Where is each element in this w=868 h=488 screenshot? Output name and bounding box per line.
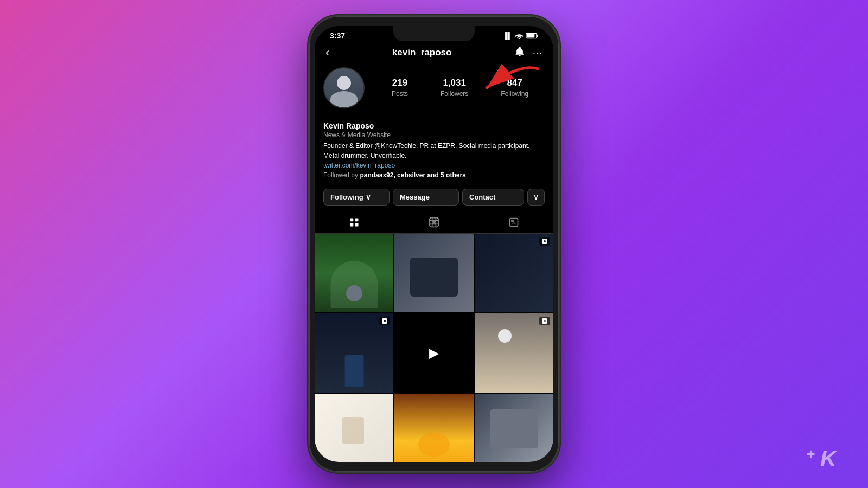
battery-icon bbox=[526, 33, 538, 39]
phone-device: 3:37 ▐▌ ‹ kevin_raposo bbox=[309, 16, 559, 472]
nav-bar: ‹ kevin_raposo ··· bbox=[315, 42, 553, 65]
followers-label: Followers bbox=[441, 90, 468, 98]
stats-container: 219 Posts 1,031 Followers 847 Following bbox=[375, 78, 545, 98]
display-name: Kevin Raposo bbox=[323, 121, 545, 130]
more-chevron-icon: ∨ bbox=[533, 193, 539, 201]
message-label: Message bbox=[400, 193, 430, 201]
followers-count: 1,031 bbox=[441, 78, 468, 88]
svg-rect-7 bbox=[355, 223, 359, 227]
profile-tabs bbox=[315, 211, 553, 234]
tab-tagged[interactable] bbox=[474, 211, 553, 233]
profile-section: 219 Posts 1,031 Followers 847 Following bbox=[315, 65, 553, 121]
grid-item-4[interactable] bbox=[315, 313, 393, 392]
category: News & Media Website bbox=[323, 131, 545, 139]
svg-rect-17 bbox=[509, 219, 518, 227]
time-display: 3:37 bbox=[330, 31, 345, 40]
watermark: + K bbox=[806, 446, 835, 472]
tab-reels[interactable] bbox=[394, 211, 474, 233]
following-chevron-icon: ∨ bbox=[366, 193, 371, 201]
wifi-icon bbox=[515, 33, 524, 39]
followed-by-names: pandaax92, cebsilver and 5 others bbox=[360, 171, 465, 179]
grid-item-1[interactable] bbox=[315, 234, 393, 312]
grid-item-6[interactable] bbox=[475, 313, 553, 392]
reels-badge-3 bbox=[539, 237, 550, 246]
svg-rect-5 bbox=[355, 219, 359, 222]
posts-stat[interactable]: 219 Posts bbox=[392, 78, 408, 98]
svg-point-22 bbox=[384, 320, 386, 322]
followers-stat[interactable]: 1,031 Followers bbox=[441, 78, 468, 98]
reels-icon bbox=[429, 217, 439, 228]
svg-rect-3 bbox=[537, 35, 538, 37]
grid-item-8[interactable] bbox=[394, 394, 473, 462]
grid-icon bbox=[349, 217, 360, 228]
play-icon: ▶ bbox=[429, 345, 439, 361]
avatar-image bbox=[324, 68, 363, 107]
status-icons: ▐▌ bbox=[503, 32, 538, 40]
nav-action-icons: ··· bbox=[514, 46, 542, 60]
svg-point-18 bbox=[512, 220, 513, 222]
reels-badge-6 bbox=[539, 317, 550, 325]
following-label: Following bbox=[501, 90, 528, 98]
svg-point-0 bbox=[519, 38, 520, 39]
bell-icon[interactable] bbox=[514, 46, 525, 60]
photo-grid: ▶ bbox=[315, 234, 553, 462]
bio-section: Kevin Raposo News & Media Website Founde… bbox=[315, 121, 553, 184]
followed-by: Followed by pandaax92, cebsilver and 5 o… bbox=[323, 171, 545, 179]
watermark-plus: + bbox=[806, 446, 814, 463]
signal-icon: ▐▌ bbox=[503, 32, 512, 40]
website-link[interactable]: twitter.com/kevin_raposo bbox=[323, 162, 545, 169]
posts-count: 219 bbox=[392, 78, 408, 88]
tagged-icon bbox=[508, 217, 519, 228]
grid-item-9[interactable] bbox=[475, 394, 553, 462]
grid-item-3[interactable] bbox=[475, 234, 553, 312]
following-button[interactable]: Following ∨ bbox=[323, 189, 390, 206]
profile-stats-row: 219 Posts 1,031 Followers 847 Following bbox=[323, 67, 545, 108]
following-count: 847 bbox=[501, 78, 528, 88]
reels-badge-4 bbox=[379, 317, 390, 325]
posts-label: Posts bbox=[392, 90, 408, 98]
message-button[interactable]: Message bbox=[393, 189, 459, 206]
contact-button[interactable]: Contact bbox=[462, 189, 524, 206]
svg-point-10 bbox=[433, 222, 435, 223]
power-button bbox=[559, 125, 560, 157]
following-label: Following bbox=[330, 193, 363, 201]
notch bbox=[393, 26, 475, 41]
svg-rect-4 bbox=[350, 219, 354, 222]
svg-rect-6 bbox=[350, 223, 354, 227]
bio-text: Founder & Editor @KnowTechie. PR at EZPR… bbox=[323, 141, 545, 160]
avatar bbox=[323, 67, 365, 108]
grid-item-5[interactable]: ▶ bbox=[394, 313, 473, 392]
more-button[interactable]: ∨ bbox=[527, 189, 545, 206]
profile-username: kevin_raposo bbox=[392, 47, 452, 58]
grid-item-2[interactable] bbox=[394, 234, 473, 312]
action-buttons: Following ∨ Message Contact ∨ bbox=[315, 184, 553, 211]
contact-label: Contact bbox=[469, 193, 495, 201]
watermark-letter: K bbox=[820, 446, 835, 471]
phone-screen: 3:37 ▐▌ ‹ kevin_raposo bbox=[315, 26, 553, 462]
following-stat[interactable]: 847 Following bbox=[501, 78, 528, 98]
more-options-icon[interactable]: ··· bbox=[533, 47, 542, 59]
svg-point-24 bbox=[544, 320, 546, 322]
back-button[interactable]: ‹ bbox=[326, 46, 329, 60]
svg-rect-2 bbox=[527, 34, 534, 37]
tab-grid[interactable] bbox=[315, 211, 394, 233]
svg-point-20 bbox=[544, 240, 546, 242]
grid-item-7[interactable] bbox=[315, 394, 393, 462]
